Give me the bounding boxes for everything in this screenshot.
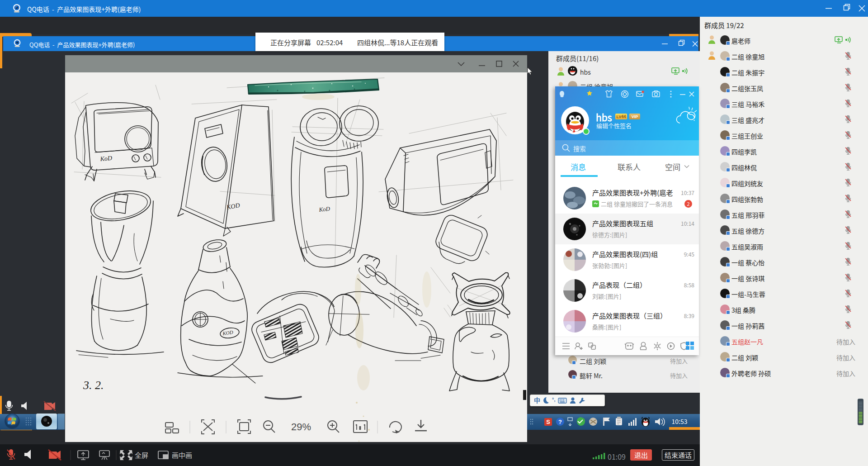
- svg-text:KOD: KOD: [226, 202, 241, 211]
- svg-text:全屏: 全屏: [135, 450, 148, 460]
- svg-text:10:53: 10:53: [672, 417, 688, 426]
- svg-text:画中画: 画中画: [172, 450, 192, 460]
- svg-text:?: ?: [558, 418, 562, 425]
- svg-text:中: 中: [534, 395, 540, 404]
- svg-text:29%: 29%: [291, 421, 311, 433]
- svg-text:KoD: KoD: [318, 205, 331, 213]
- svg-text:KOD: KOD: [222, 329, 234, 336]
- svg-text:°,: °,: [552, 397, 555, 402]
- svg-text:3. 2.: 3. 2.: [83, 379, 104, 392]
- svg-text:S: S: [546, 418, 550, 425]
- svg-text:KoD: KoD: [99, 155, 113, 162]
